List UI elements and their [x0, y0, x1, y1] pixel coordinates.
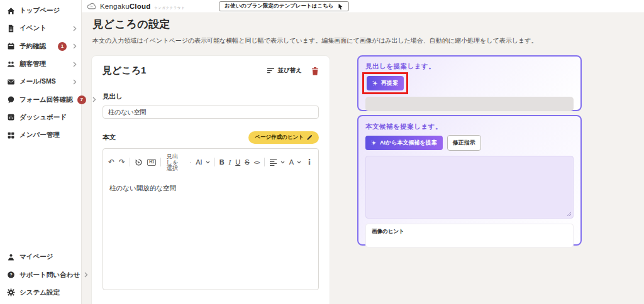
chevron-down-icon	[190, 161, 192, 164]
calendar-icon	[7, 42, 15, 50]
chevron-right-icon	[92, 97, 96, 102]
sidebar-main-list: トップページ イベント 予約確認 1 顧客管理 メール/SMS	[0, 2, 81, 144]
align-left-icon	[269, 159, 277, 166]
chevron-right-icon	[73, 62, 77, 67]
sidebar: トップページ イベント 予約確認 1 顧客管理 メール/SMS	[0, 0, 82, 304]
revise-instruction-button[interactable]: 修正指示	[447, 135, 481, 151]
sidebar-item-top-page[interactable]: トップページ	[0, 2, 81, 19]
speech-bubble-icon	[7, 95, 15, 104]
image-hint-box[interactable]: 画像のヒント	[365, 224, 574, 247]
sidebar-item-mail-sms[interactable]: メール/SMS	[0, 73, 81, 90]
sidebar-item-form-answers[interactable]: フォーム回答確認 7	[0, 90, 81, 108]
strikethrough-button[interactable]: S	[245, 159, 249, 166]
mail-icon	[7, 78, 15, 86]
sidebar-item-label: サポート問い合わせ	[19, 271, 80, 280]
sidebar-item-reservation[interactable]: 予約確認 1	[0, 38, 81, 55]
chevron-down-icon	[297, 161, 301, 164]
bold-button[interactable]: B	[219, 159, 225, 166]
editor-toolbar: ↶ ↷ H1 見出しを選択 AI B	[103, 149, 318, 176]
sort-button[interactable]: 並び替え	[267, 67, 302, 75]
heading-style-select[interactable]: 見出しを選択	[165, 153, 191, 171]
highlight-card-actions: 並び替え	[267, 67, 319, 75]
sidebar-item-event[interactable]: イベント	[0, 19, 81, 37]
highlight-card-header: 見どころ1 並び替え	[103, 65, 319, 77]
redo-button[interactable]: ↷	[119, 158, 125, 166]
logo-text: KengakuCloud	[100, 3, 150, 10]
body-suggest-panel: 本文候補を提案します。 AIから本文候補を提案 修正指示 画像のヒント	[357, 115, 582, 246]
heading-suggest-title: 見出しを提案します。	[365, 62, 574, 71]
history-icon	[135, 158, 143, 166]
sidebar-item-my-page[interactable]: マイページ	[0, 248, 81, 266]
trash-icon	[311, 67, 319, 75]
rich-text-editor: ↶ ↷ H1 見出しを選択 AI B	[103, 148, 319, 290]
ai-body-suggest-label: AIから本文候補を提案	[380, 139, 437, 147]
heading-suggest-panel: 見出しを提案します。 再提案	[357, 55, 582, 111]
code-button[interactable]: <>	[254, 160, 260, 166]
ai-menu-button[interactable]: AI	[196, 159, 209, 166]
body-text-area[interactable]: 柱のない開放的な空間	[103, 176, 318, 251]
highlight-card-title: 見どころ1	[103, 65, 146, 77]
svg-text:?: ?	[9, 273, 12, 277]
resize-handle-icon[interactable]	[567, 212, 572, 217]
body-suggest-actions: AIから本文候補を提案 修正指示	[365, 135, 574, 151]
sidebar-item-system-settings[interactable]: システム設定	[0, 284, 81, 301]
resuggest-button[interactable]: 再提案	[367, 76, 404, 90]
body-suggest-title: 本文候補を提案します。	[365, 122, 574, 131]
h1-icon: H1	[147, 159, 156, 166]
delete-button[interactable]	[311, 67, 319, 75]
align-button[interactable]	[269, 159, 285, 166]
person-icon	[7, 253, 15, 261]
sidebar-item-label: トップページ	[19, 6, 60, 15]
chevron-right-icon	[73, 26, 77, 31]
file-icon	[7, 24, 15, 33]
font-size-label: A	[289, 159, 294, 166]
chevron-right-icon	[84, 272, 88, 278]
cursor-icon	[338, 3, 343, 10]
gear-icon	[7, 288, 15, 296]
plan-template-button[interactable]: お使いのプラン限定のテンプレートはこちら	[219, 1, 348, 11]
body-suggestion-textarea[interactable]	[365, 156, 574, 219]
sparkle-icon	[372, 80, 378, 86]
page-hint-button[interactable]: ページ作成のヒント	[248, 131, 319, 144]
font-size-button[interactable]: A	[289, 159, 301, 166]
highlight-card: 見どころ1 並び替え 見出し 本文 ページ作成のヒント ↶	[91, 55, 330, 304]
sidebar-item-label: 顧客管理	[19, 60, 46, 68]
page-title: 見どころの設定	[92, 17, 538, 31]
home-icon	[7, 7, 15, 15]
sidebar-footer-list: マイページ ? サポート問い合わせ システム設定	[0, 248, 81, 301]
sidebar-item-dashboard[interactable]: ダッシュボード	[0, 109, 81, 126]
notification-badge: 1	[58, 42, 67, 51]
notification-badge: 7	[77, 95, 86, 104]
sidebar-item-label: マイページ	[19, 252, 53, 261]
sidebar-item-customers[interactable]: 顧客管理	[0, 55, 81, 73]
sort-icon	[267, 67, 275, 74]
chevron-down-icon	[280, 161, 285, 164]
annotation-highlight-box: 再提案	[362, 72, 408, 94]
heading-input[interactable]	[103, 106, 319, 119]
underline-button[interactable]: U	[235, 159, 240, 166]
chevron-down-icon	[206, 161, 210, 164]
history-button[interactable]	[135, 158, 143, 166]
pencil-icon	[306, 134, 313, 141]
heading-style-select-label: 見出しを選択	[165, 153, 179, 171]
more-options-button[interactable]: ⋮	[306, 158, 313, 166]
toolbar-divider	[130, 158, 130, 166]
sidebar-item-label: ダッシュボード	[19, 113, 67, 122]
body-field-label: 本文	[103, 133, 116, 142]
topbar: KengakuCloud ケンガククラウド お使いのプラン限定のテンプレートはこ…	[82, 0, 644, 13]
heading-suggestion-placeholder	[365, 97, 574, 111]
page-description: 本文の入力領域はイベントページの表示可能な横幅と同じ幅で表示しています。編集画面…	[92, 36, 538, 45]
grid-icon	[7, 131, 15, 139]
heading1-button[interactable]: H1	[147, 159, 156, 166]
sidebar-item-label: イベント	[19, 24, 47, 33]
undo-button[interactable]: ↶	[108, 158, 114, 166]
sidebar-item-label: フォーム回答確認	[19, 95, 73, 104]
ai-body-suggest-button[interactable]: AIから本文候補を提案	[365, 136, 443, 150]
page-hint-button-label: ページ作成のヒント	[255, 134, 304, 141]
resuggest-button-label: 再提案	[381, 79, 398, 87]
app-screen: トップページ イベント 予約確認 1 顧客管理 メール/SMS	[0, 0, 644, 304]
chevron-right-icon	[73, 43, 77, 49]
sidebar-item-support[interactable]: ? サポート問い合わせ	[0, 266, 81, 283]
italic-button[interactable]: I	[229, 159, 231, 166]
sidebar-item-members[interactable]: メンバー管理	[0, 126, 81, 144]
